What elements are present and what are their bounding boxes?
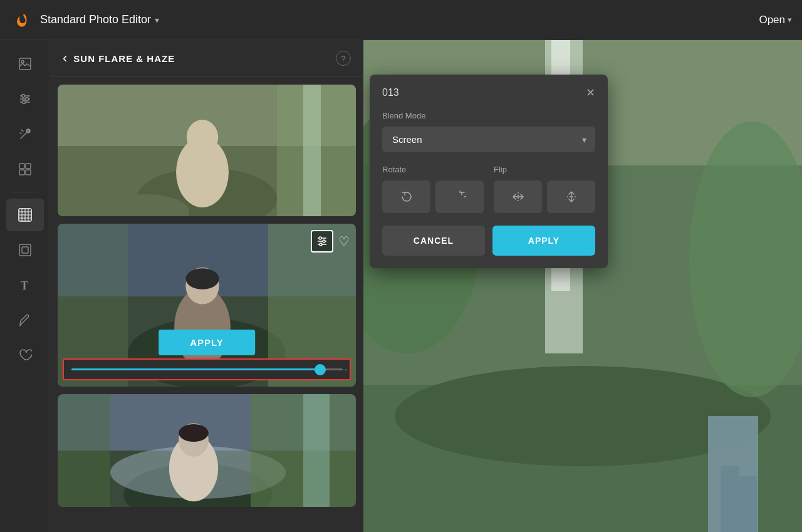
filter-image-top [58,85,356,216]
photo-canvas: 013 ✕ Blend Mode Screen Normal Multiply … [363,40,802,532]
svg-point-8 [22,101,25,104]
panel-header: ‹ SUN FLARE & HAZE ? [50,40,363,77]
svg-rect-56 [303,394,330,507]
sidebar-item-favorites[interactable] [6,339,44,372]
sidebar-item-brush[interactable] [6,304,44,336]
app-title-dropdown[interactable]: Standard Photo Editor ▾ [40,13,159,26]
svg-rect-21 [19,244,31,256]
filter-item-bottom [58,394,356,507]
blend-mode-section: Blend Mode Screen Normal Multiply Overla… [382,111,595,152]
sidebar-item-image[interactable] [6,48,44,80]
filter-item-top [58,85,356,216]
svg-point-38 [185,268,219,289]
panel-header-left: ‹ SUN FLARE & HAZE [63,50,175,66]
svg-rect-1 [19,58,31,70]
rotate-flip-row: Rotate Flip [382,165,595,213]
modal-header: 013 ✕ [382,87,595,98]
svg-rect-55 [58,394,110,507]
icon-sidebar: T [0,40,50,532]
main-layout: T ‹ SUN FLARE & HAZE ? [0,40,802,532]
rotate-label: Rotate [382,165,484,174]
app-logo [10,9,33,31]
flip-section: Flip [494,165,595,213]
svg-point-45 [323,240,325,243]
svg-rect-11 [26,164,31,169]
app-title-text: Standard Photo Editor [40,13,151,26]
filter-slider-container: ··· [63,358,351,380]
svg-point-2 [21,61,24,63]
svg-point-7 [25,98,28,101]
sidebar-item-frame[interactable] [6,234,44,266]
filter-item-013: 013 ♡ APPLY [58,224,356,387]
flip-vertical-button[interactable] [547,180,595,213]
topbar-right: Open ▾ [759,14,792,26]
app-title-arrow: ▾ [155,15,159,25]
svg-rect-22 [22,247,28,253]
sidebar-divider [13,192,38,192]
help-button[interactable]: ? [336,51,351,66]
svg-rect-13 [26,170,31,175]
svg-point-53 [179,424,209,442]
panel-content: 013 ♡ APPLY [50,77,363,532]
blend-mode-select-wrapper: Screen Normal Multiply Overlay ▾ [382,127,595,152]
sidebar-item-text[interactable]: T [6,269,44,301]
filter-favorite-button[interactable]: ♡ [338,234,350,249]
panel-title: SUN FLARE & HAZE [73,53,175,64]
canvas-area: 013 ✕ Blend Mode Screen Normal Multiply … [363,40,802,532]
blend-mode-modal: 013 ✕ Blend Mode Screen Normal Multiply … [370,75,608,268]
back-button[interactable]: ‹ [63,50,67,66]
open-button[interactable]: Open ▾ [759,14,792,26]
svg-rect-10 [19,164,24,169]
filter-settings-button[interactable] [311,230,333,253]
svg-point-46 [320,243,322,246]
svg-point-44 [319,237,321,239]
rotate-section: Rotate [382,165,484,213]
svg-rect-32 [58,85,356,216]
modal-close-button[interactable]: ✕ [586,87,595,98]
blend-mode-label: Blend Mode [382,111,595,120]
modal-footer: CANCEL APPLY [382,226,595,256]
filter-actions: ♡ [311,230,350,253]
svg-text:T: T [21,279,28,292]
apply-filter-button[interactable]: APPLY [159,330,255,355]
svg-point-6 [21,95,24,98]
topbar-left: Standard Photo Editor ▾ [10,9,159,31]
apply-button[interactable]: APPLY [492,226,595,256]
effects-panel: ‹ SUN FLARE & HAZE ? [50,40,363,532]
cancel-button[interactable]: CANCEL [382,226,485,256]
rotate-buttons [382,180,484,213]
sidebar-item-adjustments[interactable] [6,83,44,115]
modal-title: 013 [382,87,399,98]
flip-buttons [494,180,595,213]
rotate-left-button[interactable] [382,180,430,213]
blend-mode-select[interactable]: Screen Normal Multiply Overlay [382,127,595,152]
sidebar-item-grid[interactable] [6,153,44,185]
flip-horizontal-button[interactable] [494,180,542,213]
svg-rect-12 [19,170,24,175]
svg-point-0 [10,9,33,31]
sidebar-item-magic[interactable] [6,118,44,150]
slider-dots: ··· [339,364,347,375]
flip-label: Flip [494,165,595,174]
intensity-slider[interactable] [71,368,342,370]
topbar: Standard Photo Editor ▾ Open ▾ [0,0,802,40]
rotate-right-button[interactable] [435,180,484,213]
sidebar-item-texture[interactable] [6,199,44,231]
